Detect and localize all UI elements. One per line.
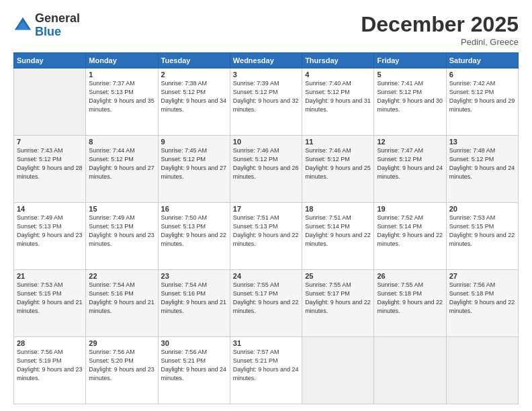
day-number: 17 [233,205,299,213]
sunset-label: Sunset: 5:13 PM [17,223,62,230]
sunrise-label: Sunrise: 7:53 AM [17,281,63,288]
sunset-label: Sunset: 5:16 PM [161,290,206,297]
calendar-week-row: 14 Sunrise: 7:49 AM Sunset: 5:13 PM Dayl… [14,203,519,270]
logo-icon [13,16,32,35]
logo: General Blue [13,12,80,39]
sunrise-label: Sunrise: 7:56 AM [17,349,63,355]
table-row: 22 Sunrise: 7:54 AM Sunset: 5:16 PM Dayl… [86,270,158,337]
daylight-label: Daylight: 9 hours and 24 minutes. [233,366,299,381]
day-info: Sunrise: 7:38 AM Sunset: 5:12 PM Dayligh… [161,79,227,114]
day-number: 7 [17,138,83,146]
table-row: 19 Sunrise: 7:52 AM Sunset: 5:14 PM Dayl… [374,203,446,270]
daylight-label: Daylight: 9 hours and 22 minutes. [233,232,299,247]
day-info: Sunrise: 7:39 AM Sunset: 5:12 PM Dayligh… [233,79,299,114]
sunset-label: Sunset: 5:15 PM [449,223,494,230]
table-row [14,68,86,136]
day-number: 10 [233,138,299,146]
col-thursday: Thursday [302,53,374,68]
day-number: 15 [89,205,154,213]
sunrise-label: Sunrise: 7:56 AM [161,349,208,355]
day-info: Sunrise: 7:43 AM Sunset: 5:12 PM Dayligh… [17,146,83,181]
daylight-label: Daylight: 9 hours and 23 minutes. [17,232,83,247]
daylight-label: Daylight: 9 hours and 30 minutes. [377,97,443,113]
day-number: 28 [17,339,83,347]
sunset-label: Sunset: 5:12 PM [89,156,134,163]
sunset-label: Sunset: 5:13 PM [161,223,206,230]
daylight-label: Daylight: 9 hours and 21 minutes. [161,299,227,314]
day-info: Sunrise: 7:47 AM Sunset: 5:12 PM Dayligh… [377,146,443,181]
sunrise-label: Sunrise: 7:50 AM [161,214,208,221]
day-number: 19 [377,205,443,213]
daylight-label: Daylight: 9 hours and 24 minutes. [161,366,227,381]
daylight-label: Daylight: 9 hours and 29 minutes. [449,97,515,113]
day-info: Sunrise: 7:55 AM Sunset: 5:17 PM Dayligh… [305,281,371,316]
daylight-label: Daylight: 9 hours and 28 minutes. [17,165,83,180]
table-row: 25 Sunrise: 7:55 AM Sunset: 5:17 PM Dayl… [302,270,374,337]
day-number: 23 [161,272,227,280]
day-info: Sunrise: 7:51 AM Sunset: 5:13 PM Dayligh… [233,214,299,248]
table-row [446,337,518,404]
table-row: 4 Sunrise: 7:40 AM Sunset: 5:12 PM Dayli… [302,68,374,136]
sunset-label: Sunset: 5:13 PM [89,223,134,230]
table-row: 20 Sunrise: 7:53 AM Sunset: 5:15 PM Dayl… [446,203,518,270]
table-row: 30 Sunrise: 7:56 AM Sunset: 5:21 PM Dayl… [158,337,230,404]
day-number: 29 [89,339,154,347]
day-info: Sunrise: 7:40 AM Sunset: 5:12 PM Dayligh… [305,79,371,114]
sunset-label: Sunset: 5:12 PM [161,89,206,95]
sunrise-label: Sunrise: 7:54 AM [89,281,135,288]
sunrise-label: Sunrise: 7:56 AM [449,281,496,288]
sunset-label: Sunset: 5:12 PM [449,156,494,163]
sunrise-label: Sunrise: 7:51 AM [305,214,351,221]
daylight-label: Daylight: 9 hours and 22 minutes. [449,232,515,247]
daylight-label: Daylight: 9 hours and 22 minutes. [377,299,443,314]
daylight-label: Daylight: 9 hours and 22 minutes. [233,299,299,314]
day-number: 24 [233,272,299,280]
sunrise-label: Sunrise: 7:45 AM [161,147,208,154]
table-row: 16 Sunrise: 7:50 AM Sunset: 5:13 PM Dayl… [158,203,230,270]
table-row: 21 Sunrise: 7:53 AM Sunset: 5:15 PM Dayl… [14,270,86,337]
daylight-label: Daylight: 9 hours and 27 minutes. [161,165,227,180]
daylight-label: Daylight: 9 hours and 22 minutes. [305,299,371,314]
table-row: 28 Sunrise: 7:56 AM Sunset: 5:19 PM Dayl… [14,337,86,404]
table-row: 11 Sunrise: 7:46 AM Sunset: 5:12 PM Dayl… [302,136,374,203]
day-info: Sunrise: 7:57 AM Sunset: 5:21 PM Dayligh… [233,348,299,383]
day-number: 8 [89,138,154,146]
sunset-label: Sunset: 5:12 PM [377,156,422,163]
sunrise-label: Sunrise: 7:39 AM [233,80,279,87]
sunset-label: Sunset: 5:18 PM [449,290,494,297]
table-row: 5 Sunrise: 7:41 AM Sunset: 5:12 PM Dayli… [374,68,446,136]
sunset-label: Sunset: 5:12 PM [449,89,494,95]
sunset-label: Sunset: 5:12 PM [233,156,278,163]
page: General Blue December 2025 Pedini, Greec… [0,0,532,411]
day-info: Sunrise: 7:48 AM Sunset: 5:12 PM Dayligh… [449,146,515,181]
calendar-week-row: 7 Sunrise: 7:43 AM Sunset: 5:12 PM Dayli… [14,136,519,203]
table-row: 23 Sunrise: 7:54 AM Sunset: 5:16 PM Dayl… [158,270,230,337]
table-row: 9 Sunrise: 7:45 AM Sunset: 5:12 PM Dayli… [158,136,230,203]
daylight-label: Daylight: 9 hours and 34 minutes. [161,97,227,113]
table-row: 7 Sunrise: 7:43 AM Sunset: 5:12 PM Dayli… [14,136,86,203]
sunset-label: Sunset: 5:13 PM [233,223,278,230]
day-info: Sunrise: 7:50 AM Sunset: 5:13 PM Dayligh… [161,214,227,248]
col-tuesday: Tuesday [158,53,230,68]
day-info: Sunrise: 7:53 AM Sunset: 5:15 PM Dayligh… [449,214,515,248]
day-number: 20 [449,205,515,213]
calendar-header-row: Sunday Monday Tuesday Wednesday Thursday… [14,53,519,68]
day-info: Sunrise: 7:54 AM Sunset: 5:16 PM Dayligh… [161,281,227,316]
daylight-label: Daylight: 9 hours and 23 minutes. [89,366,154,381]
table-row: 24 Sunrise: 7:55 AM Sunset: 5:17 PM Dayl… [230,270,302,337]
location: Pedini, Greece [361,37,519,47]
table-row: 15 Sunrise: 7:49 AM Sunset: 5:13 PM Dayl… [86,203,158,270]
col-wednesday: Wednesday [230,53,302,68]
daylight-label: Daylight: 9 hours and 23 minutes. [89,232,154,247]
sunrise-label: Sunrise: 7:42 AM [449,80,496,87]
table-row: 12 Sunrise: 7:47 AM Sunset: 5:12 PM Dayl… [374,136,446,203]
sunset-label: Sunset: 5:21 PM [161,357,206,364]
day-number: 14 [17,205,83,213]
sunrise-label: Sunrise: 7:55 AM [305,281,351,288]
table-row: 8 Sunrise: 7:44 AM Sunset: 5:12 PM Dayli… [86,136,158,203]
day-info: Sunrise: 7:37 AM Sunset: 5:13 PM Dayligh… [89,79,154,114]
table-row: 2 Sunrise: 7:38 AM Sunset: 5:12 PM Dayli… [158,68,230,136]
sunrise-label: Sunrise: 7:56 AM [89,349,135,355]
day-number: 1 [89,71,154,79]
day-number: 30 [161,339,227,347]
